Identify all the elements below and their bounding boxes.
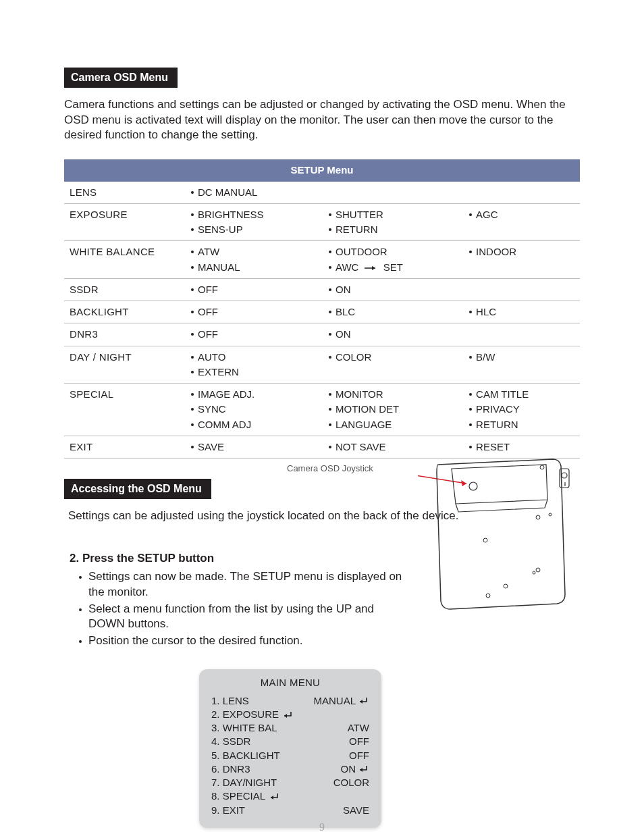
osd-menu-item: 4. SSDROFF [211,735,369,748]
setup-option: AUTO [191,350,318,364]
setup-menu-title: SETUP Menu [64,159,580,181]
step-bullet: Position the cursor to the desired funct… [79,633,403,649]
setup-option: OFF [191,328,318,341]
setup-row-label: BACKLIGHT [64,301,186,323]
svg-point-7 [483,538,487,542]
osd-main-menu-panel: MAIN MENU 1. LENSMANUAL2. EXPOSURE 3. WH… [199,669,381,828]
svg-point-12 [486,594,490,598]
osd-menu-item: 3. WHITE BALATW [211,721,369,735]
setup-option: LANGUAGE [329,418,458,432]
setup-option: AWC SET [329,261,458,274]
setup-option: EXTERN [191,365,318,379]
svg-line-0 [418,471,466,484]
section-heading-camera-osd: Camera OSD Menu [64,68,178,88]
setup-row-label: EXIT [64,436,186,458]
joystick-caption: Camera OSD Joystick [287,463,373,475]
setup-option: RETURN [329,223,458,236]
osd-menu-item: 8. SPECIAL [211,789,369,803]
setup-option: INDOOR [469,245,574,259]
svg-point-2 [469,482,477,490]
setup-option: RETURN [469,418,574,432]
setup-option: B/W [469,350,574,364]
section-heading-accessing: Accessing the OSD Menu [64,479,211,499]
setup-option: AGC [469,208,574,221]
setup-option: MONITOR [329,388,458,401]
setup-option: ON [329,283,458,296]
setup-row-label: WHITE BALANCE [64,241,186,279]
osd-menu-item: 6. DNR3ON [211,762,369,776]
setup-option: PRIVACY [469,402,574,416]
svg-point-13 [549,513,552,516]
svg-point-10 [533,571,535,574]
setup-row-label: LENS [64,182,186,204]
setup-row-label: DNR3 [64,323,186,346]
svg-marker-1 [461,480,466,486]
osd-menu-item: 9. EXITSAVE [211,804,369,817]
osd-menu-item: 7. DAY/NIGHTCOLOR [211,776,369,789]
svg-point-5 [562,473,567,478]
setup-row-label: SSDR [64,278,186,301]
enter-icon [357,764,369,774]
step-2-bullets: Settings can now be made. The SETUP menu… [79,569,403,650]
setup-option: SHUTTER [329,208,458,221]
setup-option: ATW [191,245,318,259]
setup-option: MANUAL [191,261,318,274]
setup-option: IMAGE ADJ. [191,388,318,401]
device-rear-illustration [418,452,580,615]
setup-option: ON [329,328,458,341]
svg-point-9 [536,568,540,572]
setup-option: DC MANUAL [191,186,318,199]
setup-option: BRIGHTNESS [191,208,318,221]
svg-point-8 [536,515,540,519]
osd-title: MAIN MENU [211,676,369,689]
enter-icon [357,696,369,706]
setup-row-label: SPECIAL [64,384,186,436]
setup-menu-table: SETUP Menu LENSDC MANUALEXPOSUREBRIGHTNE… [64,159,580,459]
setup-row-label: DAY / NIGHT [64,346,186,384]
setup-option: OFF [191,305,318,319]
setup-option: SAVE [191,440,318,454]
enter-icon [268,792,280,802]
setup-option: OUTDOOR [329,245,458,259]
osd-menu-item: 1. LENSMANUAL [211,694,369,708]
osd-menu-item: 2. EXPOSURE [211,708,369,721]
enter-icon [281,710,294,720]
setup-option: BLC [329,305,458,319]
osd-menu-item: 5. BACKLIGHTOFF [211,749,369,762]
setup-option: COLOR [329,350,458,364]
svg-point-11 [504,584,508,588]
setup-option: CAM TITLE [469,388,574,401]
setup-option: SYNC [191,402,318,416]
step-bullet: Settings can now be made. The SETUP menu… [79,569,403,600]
intro-paragraph: Camera functions and settings can be adj… [64,97,580,144]
page-number: 9 [0,820,644,834]
setup-option: MOTION DET [329,402,458,416]
setup-option: HLC [469,305,574,319]
setup-row-label: EXPOSURE [64,203,186,241]
svg-point-3 [540,465,544,469]
step-bullet: Select a menu function from the list by … [79,602,403,633]
setup-option: OFF [191,283,318,296]
setup-option: COMM ADJ [191,418,318,432]
setup-option: SENS-UP [191,223,318,236]
